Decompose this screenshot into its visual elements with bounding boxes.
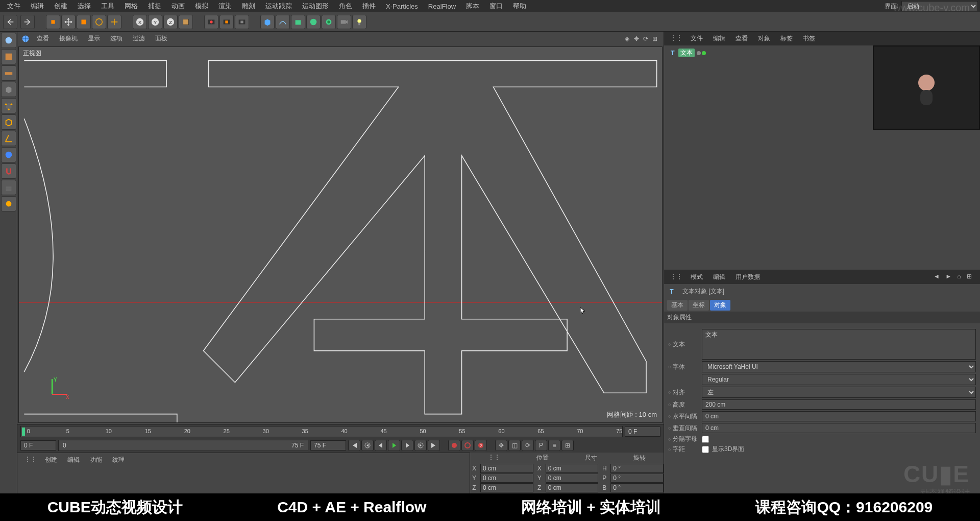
move-button[interactable]: [61, 15, 76, 29]
menu-window[interactable]: 窗口: [484, 1, 508, 12]
menu-tools[interactable]: 工具: [96, 1, 119, 12]
current-frame-field[interactable]: [20, 440, 56, 451]
obj-tab-file[interactable]: 文件: [685, 33, 708, 44]
menu-edit[interactable]: 编辑: [26, 1, 49, 12]
layer-dot-icon[interactable]: [697, 51, 701, 55]
vp-nav3-icon[interactable]: ⟳: [643, 35, 650, 42]
object-manager-panel[interactable]: T 文本: [664, 45, 980, 270]
texture-mode-button[interactable]: [1, 49, 16, 64]
viewport-solo-button[interactable]: [1, 147, 16, 162]
redo-button[interactable]: [20, 15, 35, 29]
camera-button[interactable]: [337, 15, 351, 29]
menu-snap[interactable]: 捕捉: [143, 1, 166, 12]
x-axis-button[interactable]: X: [133, 15, 147, 29]
locked-button[interactable]: [1, 180, 16, 195]
timeline-ruler[interactable]: 051015202530354045505560657075: [20, 426, 623, 437]
key-scale-button[interactable]: ◫: [508, 440, 521, 451]
render-region-button[interactable]: [219, 15, 234, 29]
obj-tab-bookmarks[interactable]: 书签: [798, 33, 820, 44]
obj-tab-edit[interactable]: 编辑: [708, 33, 730, 44]
height-field[interactable]: [702, 399, 976, 410]
pos-z-field[interactable]: [480, 483, 533, 492]
record-button[interactable]: [448, 440, 460, 451]
key-param-button[interactable]: P: [535, 440, 547, 451]
attr-tab-basic[interactable]: 基本: [667, 300, 688, 311]
visibility-dot-icon[interactable]: [702, 51, 706, 55]
play-button[interactable]: [388, 440, 400, 451]
menu-tracker[interactable]: 运动跟踪: [260, 1, 297, 12]
key-options-button[interactable]: ⊞: [561, 440, 574, 451]
menu-select[interactable]: 选择: [72, 1, 96, 12]
render-view-button[interactable]: [204, 15, 218, 29]
timeline-playhead[interactable]: [22, 428, 25, 436]
vm-filter[interactable]: 过滤: [128, 33, 150, 44]
edit-mode-button[interactable]: [1, 82, 16, 97]
menu-xparticles[interactable]: X-Particles: [381, 2, 423, 11]
scale-button[interactable]: [77, 15, 91, 29]
menu-help[interactable]: 帮助: [508, 1, 531, 12]
text-content-field[interactable]: 文本: [702, 329, 976, 360]
attr-top-mode[interactable]: 模式: [685, 271, 708, 283]
next-frame-button[interactable]: [401, 440, 413, 451]
show3d-checkbox[interactable]: [702, 446, 709, 453]
hspace-field[interactable]: [702, 411, 976, 421]
separate-letters-checkbox[interactable]: [702, 436, 709, 443]
timeline-range-slider[interactable]: 0 75 F: [58, 440, 308, 451]
rot-b-field[interactable]: [610, 483, 664, 492]
menu-character[interactable]: 角色: [334, 1, 357, 12]
mat-texture[interactable]: 纹理: [107, 455, 130, 465]
point-mode-button[interactable]: [1, 98, 16, 113]
size-y-field[interactable]: [546, 473, 599, 483]
font-family-select[interactable]: Microsoft YaHei UI: [702, 361, 976, 372]
prev-frame-button[interactable]: [375, 440, 387, 451]
rotate-button[interactable]: [92, 15, 106, 29]
mat-edit[interactable]: 编辑: [62, 455, 85, 465]
menu-mograph[interactable]: 运动图形: [297, 1, 334, 12]
mat-create[interactable]: 创建: [40, 455, 62, 465]
snap-button[interactable]: [1, 163, 16, 179]
goto-end-button[interactable]: [428, 440, 440, 451]
keyopt-button[interactable]: ?: [475, 440, 487, 451]
size-x-field[interactable]: [546, 464, 599, 473]
autokey-button[interactable]: [461, 440, 474, 451]
edge-mode-button[interactable]: [1, 114, 16, 130]
vp-nav1-icon[interactable]: ◈: [625, 35, 632, 42]
menu-file[interactable]: 文件: [2, 1, 26, 12]
model-mode-button[interactable]: [1, 33, 16, 48]
rot-h-field[interactable]: [610, 464, 664, 473]
vm-panel[interactable]: 面板: [150, 33, 173, 44]
obj-tab-tags[interactable]: 标签: [775, 33, 798, 44]
vp-nav2-icon[interactable]: ✥: [634, 35, 641, 42]
vspace-field[interactable]: [702, 423, 976, 433]
menu-plugins[interactable]: 插件: [357, 1, 381, 12]
obj-tab-objects[interactable]: 对象: [753, 33, 775, 44]
vm-options[interactable]: 选项: [105, 33, 128, 44]
menu-script[interactable]: 脚本: [461, 1, 484, 12]
live-select-button[interactable]: [46, 15, 60, 29]
spline-button[interactable]: [276, 15, 290, 29]
menu-create[interactable]: 创建: [49, 1, 72, 12]
goto-nextkey-button[interactable]: [414, 440, 427, 451]
workplane-button[interactable]: [1, 65, 16, 81]
attr-tab-object[interactable]: 对象: [710, 300, 730, 311]
attr-top-edit[interactable]: 编辑: [708, 271, 730, 283]
material-grip-icon[interactable]: ⋮⋮: [21, 455, 40, 465]
coord-grip-icon[interactable]: ⋮⋮: [470, 453, 519, 463]
menu-sculpt[interactable]: 雕刻: [237, 1, 260, 12]
y-axis-button[interactable]: Y: [148, 15, 162, 29]
undo-button[interactable]: [3, 15, 17, 29]
menu-mesh[interactable]: 网格: [119, 1, 143, 12]
pos-x-field[interactable]: [480, 464, 533, 473]
key-rot-button[interactable]: ⟳: [522, 440, 534, 451]
attr-top-userdata[interactable]: 用户数据: [730, 271, 765, 283]
generator-button[interactable]: [291, 15, 305, 29]
vm-cameras[interactable]: 摄像机: [54, 33, 83, 44]
cube-primitive-button[interactable]: [260, 15, 275, 29]
obj-grip-icon[interactable]: ⋮⋮: [667, 33, 685, 44]
vp-nav4-icon[interactable]: ⊞: [652, 35, 659, 42]
attr-nav-icons[interactable]: ◄ ► ⌂ ⊞: [930, 271, 977, 283]
tweak-button[interactable]: [1, 196, 16, 211]
obj-tab-view[interactable]: 查看: [730, 33, 753, 44]
environment-button[interactable]: [322, 15, 336, 29]
font-style-select[interactable]: Regular: [702, 374, 976, 385]
